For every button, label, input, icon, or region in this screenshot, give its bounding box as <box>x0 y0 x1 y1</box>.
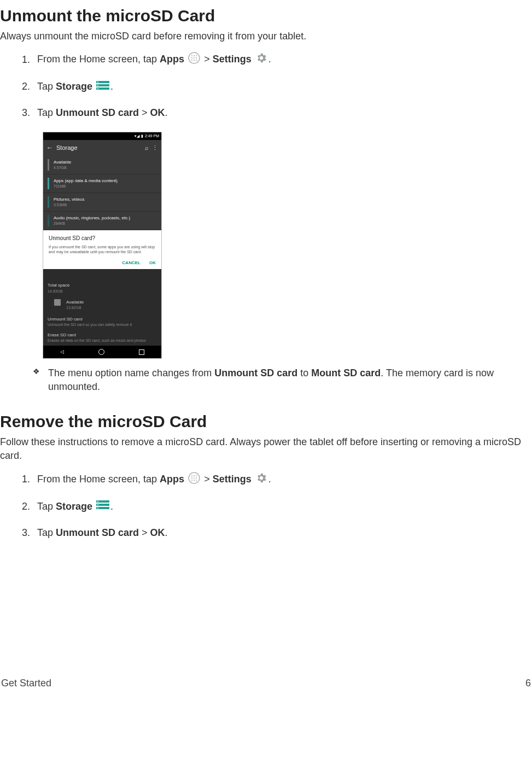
svg-point-30 <box>97 504 98 505</box>
section-intro-remove: Follow these instructions to remove a mi… <box>0 435 532 463</box>
svg-point-24 <box>194 479 195 480</box>
footer-page-number: 6 <box>525 676 531 690</box>
storage-label: Storage <box>56 501 92 512</box>
dark-spacer <box>43 269 161 280</box>
color-bar <box>48 196 49 208</box>
erase-row-sub: Erases all data on the SD card, such as … <box>48 338 157 343</box>
step-end: . <box>165 107 168 118</box>
svg-point-1 <box>191 55 192 56</box>
section-intro-unmount: Always unmount the microSD card before r… <box>0 30 532 43</box>
unmount-row-label: Unmount SD card <box>48 316 157 322</box>
signal-icon: ▾◢ <box>135 133 139 139</box>
note-item: The menu option name changes from Unmoun… <box>33 366 532 394</box>
step-end: . <box>165 527 168 538</box>
svg-point-21 <box>194 477 195 478</box>
appbar-title: Storage <box>56 144 142 152</box>
step-3: Tap Unmount SD card > OK. <box>33 526 532 540</box>
settings-label: Settings <box>213 474 252 485</box>
note-list: The menu option name changes from Unmoun… <box>0 366 532 394</box>
svg-point-23 <box>191 479 192 480</box>
svg-point-18 <box>194 475 195 476</box>
ok-label: OK <box>150 107 165 118</box>
total-sub: 14.83GB <box>48 289 157 294</box>
nav-back-icon[interactable]: ◁ <box>60 348 64 355</box>
step-text: From the Home screen, tap <box>37 474 160 485</box>
svg-point-14 <box>97 85 98 86</box>
note-bold: Mount SD card <box>311 368 381 378</box>
list-item[interactable]: Audio (music, ringtones, podcasts, etc.)… <box>43 212 161 230</box>
step-3: Tap Unmount SD card > OK. <box>33 106 532 120</box>
storage-label: Storage <box>56 81 92 92</box>
footer-section: Get Started <box>1 676 51 690</box>
step-1: From the Home screen, tap Apps > Setting… <box>33 472 532 488</box>
settings-icon <box>255 472 267 488</box>
svg-point-29 <box>97 501 98 502</box>
phone-screenshot: ▾◢ ▮ 2:49 PM ← Storage ⌕ ⋮ Available 4.5… <box>43 132 162 358</box>
available-row[interactable]: Available 13.82GB <box>43 296 161 314</box>
dialog-body: If you unmount the SD card, some apps yo… <box>49 244 156 254</box>
step-end: . <box>268 474 271 485</box>
item-sub: 3.53MB <box>54 202 157 208</box>
svg-point-22 <box>196 477 197 478</box>
item-label: Audio (music, ringtones, podcasts, etc.) <box>54 215 157 221</box>
item-label: Apps (app data & media content) <box>54 178 157 184</box>
settings-label: Settings <box>213 54 252 65</box>
svg-point-6 <box>196 57 197 59</box>
unmount-row[interactable]: Unmount SD card Unmount the SD card so y… <box>43 314 161 330</box>
step-gt: > <box>204 474 213 485</box>
storage-icon <box>96 500 109 514</box>
unmount-row-sub: Unmount the SD card so you can safely re… <box>48 322 157 328</box>
dialog-cancel-button[interactable]: CANCEL <box>122 260 141 265</box>
erase-row-label: Erase SD card <box>48 332 157 338</box>
nav-bar: ◁ <box>43 346 161 358</box>
step-end: . <box>110 81 113 92</box>
total-space-row[interactable]: Total space 14.83GB <box>43 280 161 296</box>
apps-label: Apps <box>160 474 184 485</box>
page-footer: Get Started 6 <box>0 676 532 690</box>
unmount-label: Unmount SD card <box>56 107 139 118</box>
nav-home-icon[interactable] <box>98 349 104 355</box>
svg-point-31 <box>97 508 98 509</box>
svg-point-19 <box>196 475 197 476</box>
svg-point-9 <box>196 60 197 61</box>
svg-point-17 <box>191 475 192 476</box>
erase-row[interactable]: Erase SD card Erases all data on the SD … <box>43 330 161 346</box>
step-1: From the Home screen, tap Apps > Setting… <box>33 52 532 68</box>
total-label: Total space <box>48 282 157 288</box>
app-bar: ← Storage ⌕ ⋮ <box>43 140 161 156</box>
step-end: . <box>110 501 113 512</box>
svg-point-3 <box>196 55 197 56</box>
apps-icon <box>188 52 200 68</box>
step-gt: > <box>139 527 150 538</box>
svg-point-15 <box>97 88 98 89</box>
steps-unmount: From the Home screen, tap Apps > Setting… <box>0 52 532 120</box>
list-item[interactable]: Available 4.57GB <box>43 156 161 174</box>
status-time: 2:49 PM <box>145 133 159 139</box>
settings-icon <box>255 52 267 68</box>
status-bar: ▾◢ ▮ 2:49 PM <box>43 132 161 140</box>
search-icon[interactable]: ⌕ <box>145 144 149 152</box>
section-heading-remove: Remove the microSD Card <box>0 410 532 433</box>
back-icon[interactable]: ← <box>46 143 53 153</box>
list-item[interactable]: Apps (app data & media content) 731MB <box>43 174 161 193</box>
color-bar <box>48 215 49 226</box>
step-text: Tap <box>37 81 56 92</box>
step-text: Tap <box>37 501 56 512</box>
item-sub: 4.57GB <box>54 165 157 171</box>
unmount-label: Unmount SD card <box>56 527 139 538</box>
note-text: to <box>297 368 311 378</box>
nav-recent-icon[interactable] <box>139 349 144 355</box>
list-item[interactable]: Pictures, videos 3.53MB <box>43 193 161 212</box>
svg-point-4 <box>191 57 192 59</box>
dialog-ok-button[interactable]: OK <box>149 260 156 265</box>
dialog-unmount: Unmount SD card? If you unmount the SD c… <box>43 230 161 269</box>
step-text: Tap <box>37 107 56 118</box>
svg-point-7 <box>191 60 192 61</box>
color-bar <box>48 178 49 189</box>
step-text: Tap <box>37 527 56 538</box>
step-2: Tap Storage . <box>33 500 532 514</box>
color-bar <box>48 159 49 171</box>
apps-label: Apps <box>160 54 184 65</box>
svg-point-20 <box>191 477 192 478</box>
overflow-icon[interactable]: ⋮ <box>152 144 158 152</box>
